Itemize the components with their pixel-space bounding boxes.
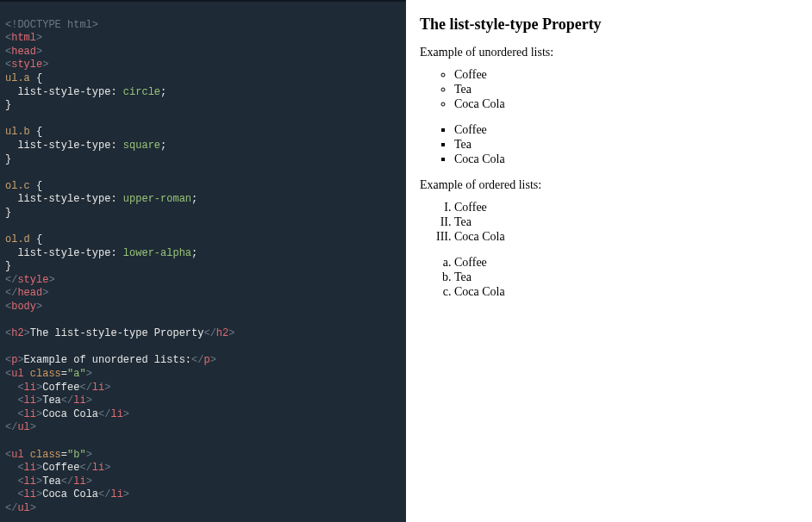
- code-editor[interactable]: <!DOCTYPE html> <html> <head> <style> ul…: [0, 0, 406, 522]
- prop-lst: list-style-type: [17, 86, 110, 98]
- selector-olc: ol.c: [5, 180, 30, 192]
- list-item: Coca Cola: [454, 230, 798, 244]
- val-lalpha: lower-alpha: [123, 247, 191, 259]
- doctype: <!DOCTYPE html>: [5, 19, 98, 31]
- attr-class: class: [30, 368, 61, 380]
- tag-li: li: [24, 382, 36, 394]
- tag-body: body: [11, 301, 36, 313]
- preview-ord-label: Example of ordered lists:: [420, 178, 798, 192]
- preview-list-b: Coffee Tea Coca Cola: [420, 123, 798, 166]
- tag-ul: ul: [11, 368, 23, 380]
- preview-pane: The list-style-type Property Example of …: [406, 0, 812, 522]
- list-item: Coca Cola: [454, 152, 798, 166]
- list-item: Tea: [454, 138, 798, 152]
- val-circle: circle: [123, 86, 160, 98]
- tag-head: head: [11, 46, 36, 58]
- selector-ula: ul.a: [5, 72, 30, 84]
- val-square: square: [123, 140, 160, 152]
- selector-old: ol.d: [5, 233, 30, 245]
- list-item: Coffee: [454, 123, 798, 137]
- list-item: Tea: [454, 83, 798, 96]
- tag-h2: h2: [11, 327, 23, 339]
- tag-html: html: [11, 32, 36, 44]
- list-item: Coca Cola: [454, 97, 798, 111]
- list-item: Coffee: [454, 68, 798, 82]
- list-item: Tea: [454, 215, 798, 229]
- text-unord: Example of unordered lists:: [24, 354, 191, 366]
- list-item: Coffee: [454, 256, 798, 270]
- preview-heading: The list-style-type Property: [420, 16, 798, 34]
- text-h2: The list-style-type Property: [30, 327, 204, 339]
- list-item: Tea: [454, 270, 798, 284]
- preview-list-c: Coffee Tea Coca Cola: [420, 201, 798, 244]
- preview-list-a: Coffee Tea Coca Cola: [420, 68, 798, 111]
- tag-style: style: [11, 59, 42, 71]
- list-item: Coffee: [454, 201, 798, 214]
- preview-list-d: Coffee Tea Coca Cola: [420, 256, 798, 299]
- val-uproman: upper-roman: [123, 193, 191, 205]
- list-item: Coca Cola: [454, 285, 798, 299]
- selector-ulb: ul.b: [5, 126, 30, 138]
- preview-unord-label: Example of unordered lists:: [420, 46, 798, 59]
